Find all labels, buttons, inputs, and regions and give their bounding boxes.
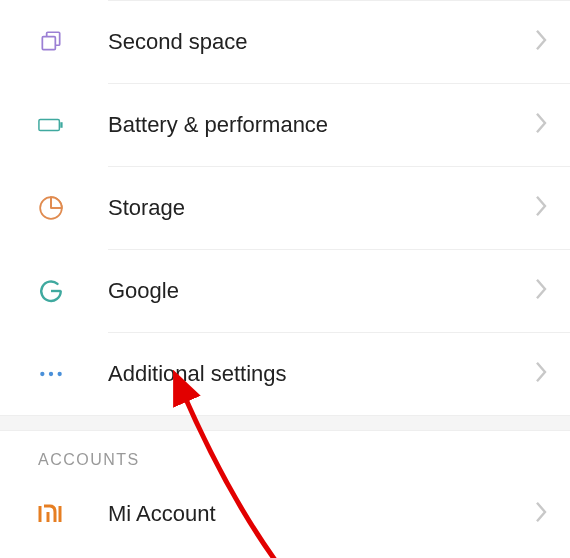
chevron-right-icon xyxy=(534,28,548,56)
section-header-accounts: ACCOUNTS xyxy=(0,431,570,475)
svg-point-9 xyxy=(58,372,62,376)
second-space-icon xyxy=(38,29,76,55)
item-label: Google xyxy=(76,278,534,304)
storage-icon xyxy=(38,195,76,221)
settings-item-google[interactable]: Google xyxy=(0,250,570,332)
svg-point-7 xyxy=(40,372,44,376)
google-icon xyxy=(38,278,76,304)
item-label: Additional settings xyxy=(76,361,534,387)
settings-item-battery[interactable]: Battery & performance xyxy=(0,84,570,166)
battery-icon xyxy=(38,112,76,138)
item-label: Storage xyxy=(76,195,534,221)
chevron-right-icon xyxy=(534,360,548,388)
settings-item-additional-settings[interactable]: Additional settings xyxy=(0,333,570,415)
svg-rect-1 xyxy=(42,37,55,50)
svg-rect-2 xyxy=(39,119,59,130)
item-label: Battery & performance xyxy=(76,112,534,138)
svg-point-8 xyxy=(49,372,53,376)
settings-item-second-space[interactable]: Second space xyxy=(0,1,570,83)
chevron-right-icon xyxy=(534,277,548,305)
settings-item-mi-account[interactable]: Mi Account xyxy=(0,475,570,553)
chevron-right-icon xyxy=(534,111,548,139)
settings-item-storage[interactable]: Storage xyxy=(0,167,570,249)
section-divider xyxy=(0,415,570,431)
chevron-right-icon xyxy=(534,500,548,528)
item-label: Second space xyxy=(76,29,534,55)
svg-rect-3 xyxy=(60,122,62,128)
settings-list: Second space Battery & performance xyxy=(0,0,570,553)
mi-icon xyxy=(38,501,76,527)
item-label: Mi Account xyxy=(76,501,534,527)
more-icon xyxy=(38,361,76,387)
chevron-right-icon xyxy=(534,194,548,222)
